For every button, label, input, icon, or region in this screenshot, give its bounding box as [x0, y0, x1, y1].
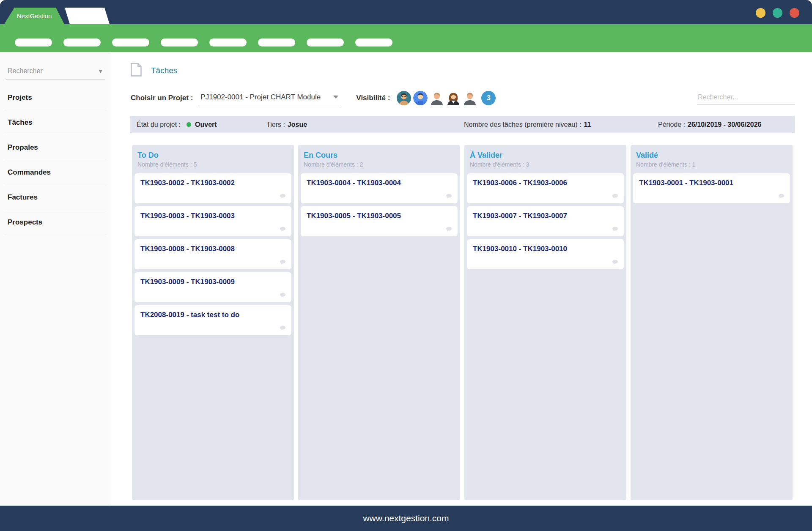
close-button[interactable]: [790, 8, 799, 18]
task-card-title: TK1903-0002 - TK1903-0002: [140, 179, 285, 187]
tiers-value: Josue: [288, 121, 307, 129]
task-card[interactable]: TK1903-0004 - TK1903-0004: [301, 173, 458, 203]
column-count: Nombre d'éléments : 1: [636, 161, 790, 168]
sidebar-search-select[interactable]: Rechercher ▼: [6, 65, 105, 79]
task-card-title: TK1903-0003 - TK1903-0003: [140, 212, 285, 220]
chevron-down-icon: ▼: [98, 68, 103, 74]
footer-url[interactable]: www.nextgestion.com: [363, 513, 449, 523]
project-select[interactable]: PJ1902-0001 - Projet CHART Module: [198, 91, 341, 105]
task-card-title: TK1903-0008 - TK1903-0008: [140, 245, 285, 253]
column-title: Validé: [636, 151, 790, 160]
sidebar-search-placeholder: Rechercher: [8, 67, 43, 75]
task-card-title: TK1903-0009 - TK1903-0009: [140, 278, 285, 286]
comment-icon: [280, 193, 286, 200]
comment-icon: [280, 325, 286, 332]
sidebar-item-projets[interactable]: Projets: [4, 85, 107, 110]
user-avatar-woman[interactable]: [446, 91, 461, 105]
sidebar-item-commandes[interactable]: Commandes: [4, 160, 107, 185]
brand-tab[interactable]: NextGestion: [4, 8, 64, 24]
nav-pill[interactable]: [258, 38, 295, 47]
column-title: À Valider: [470, 151, 624, 160]
comment-icon: [612, 193, 618, 200]
nav-pill[interactable]: [112, 38, 149, 47]
kanban-column-todo: To Do Nombre d'éléments : 5 TK1903-0002 …: [132, 145, 294, 500]
visibility-label: Visibilité :: [356, 94, 390, 102]
document-icon: [131, 63, 142, 78]
task-card[interactable]: TK1903-0009 - TK1903-0009: [134, 272, 291, 302]
nav-pill[interactable]: [307, 38, 344, 47]
project-tiers: Tiers : Josue: [266, 116, 307, 133]
user-avatar-man[interactable]: [463, 91, 477, 105]
task-card[interactable]: TK1903-0002 - TK1903-0002: [134, 173, 291, 203]
user-avatar-teal[interactable]: [397, 91, 411, 105]
sidebar-item-prospects[interactable]: Prospects: [4, 210, 107, 235]
comment-icon: [446, 193, 452, 200]
project-task-count: Nombre des tâches (première niveau) : 11: [464, 116, 591, 133]
project-state: État du projet : Ouvert: [137, 116, 217, 133]
minimize-button[interactable]: [756, 8, 765, 18]
task-count-value: 11: [584, 121, 591, 129]
column-count: Nombre d'éléments : 5: [137, 161, 291, 168]
task-card-title: TK2008-0019 - task test to do: [140, 311, 285, 319]
brand-name: NextGestion: [17, 12, 52, 19]
nav-pill[interactable]: [161, 38, 198, 47]
task-card[interactable]: TK1903-0003 - TK1903-0003: [134, 206, 291, 236]
project-state-label: État du projet :: [137, 121, 181, 129]
period-label: Période :: [658, 121, 685, 129]
tiers-label: Tiers :: [266, 121, 285, 129]
sidebar: Rechercher ▼ Projets Tâches Propales Com…: [0, 52, 111, 506]
project-state-value: Ouvert: [195, 121, 217, 129]
user-avatar-blue[interactable]: [413, 91, 428, 105]
task-card-title: TK1903-0001 - TK1903-0001: [639, 179, 784, 187]
project-select-value: PJ1902-0001 - Projet CHART Module: [200, 93, 321, 101]
chevron-down-icon: [333, 96, 338, 99]
main-nav-bar: [0, 24, 812, 52]
visibility-more-badge[interactable]: 3: [481, 91, 496, 105]
project-select-label: Choisir un Projet :: [131, 94, 193, 102]
sidebar-item-factures[interactable]: Factures: [4, 185, 107, 210]
comment-icon: [280, 292, 286, 299]
sidebar-item-taches[interactable]: Tâches: [4, 110, 107, 135]
maximize-button[interactable]: [773, 8, 782, 18]
nav-pill[interactable]: [15, 38, 52, 47]
comment-icon: [778, 193, 785, 200]
task-card-title: TK1903-0007 - TK1903-0007: [473, 212, 618, 220]
task-card[interactable]: TK1903-0006 - TK1903-0006: [467, 173, 624, 203]
column-count: Nombre d'éléments : 3: [470, 161, 624, 168]
project-period: Période : 26/10/2019 - 30/06/2026: [658, 116, 761, 133]
project-info-bar: État du projet : Ouvert Tiers : Josue No…: [130, 116, 795, 133]
visibility-avatars: 3: [397, 91, 496, 105]
kanban-column-a-valider: À Valider Nombre d'éléments : 3 TK1903-0…: [464, 145, 626, 500]
user-avatar-man[interactable]: [430, 91, 444, 105]
comment-icon: [280, 226, 286, 233]
sidebar-item-propales[interactable]: Propales: [4, 135, 107, 160]
task-card[interactable]: TK1903-0001 - TK1903-0001: [633, 173, 790, 203]
nav-pill[interactable]: [209, 38, 247, 47]
task-card[interactable]: TK1903-0007 - TK1903-0007: [467, 206, 624, 236]
task-card[interactable]: TK1903-0010 - TK1903-0010: [467, 239, 624, 269]
board-search: [697, 92, 795, 105]
task-card-title: TK1903-0010 - TK1903-0010: [473, 245, 618, 253]
task-card-title: TK1903-0004 - TK1903-0004: [307, 179, 452, 187]
inactive-tab[interactable]: [65, 8, 110, 24]
nav-pill[interactable]: [355, 38, 392, 47]
nav-pill[interactable]: [63, 38, 101, 47]
window-title-bar: NextGestion: [0, 0, 812, 24]
column-title: En Cours: [304, 151, 458, 160]
comment-icon: [612, 226, 618, 233]
kanban-column-en-cours: En Cours Nombre d'éléments : 2 TK1903-00…: [298, 145, 460, 500]
board-search-input[interactable]: [697, 92, 795, 105]
task-card[interactable]: TK2008-0019 - task test to do: [134, 305, 291, 335]
status-open-icon: [187, 122, 191, 127]
kanban-board: To Do Nombre d'éléments : 5 TK1903-0002 …: [132, 145, 812, 500]
task-card-title: TK1903-0006 - TK1903-0006: [473, 179, 618, 187]
task-card[interactable]: TK1903-0008 - TK1903-0008: [134, 239, 291, 269]
column-count: Nombre d'éléments : 2: [304, 161, 458, 168]
task-card[interactable]: TK1903-0005 - TK1903-0005: [301, 206, 458, 236]
column-title: To Do: [137, 151, 291, 160]
period-value: 26/10/2019 - 30/06/2026: [688, 121, 761, 129]
task-count-label: Nombre des tâches (première niveau) :: [464, 121, 581, 129]
comment-icon: [446, 226, 452, 233]
footer-bar: www.nextgestion.com: [0, 506, 812, 531]
kanban-column-valide: Validé Nombre d'éléments : 1 TK1903-0001…: [631, 145, 793, 500]
